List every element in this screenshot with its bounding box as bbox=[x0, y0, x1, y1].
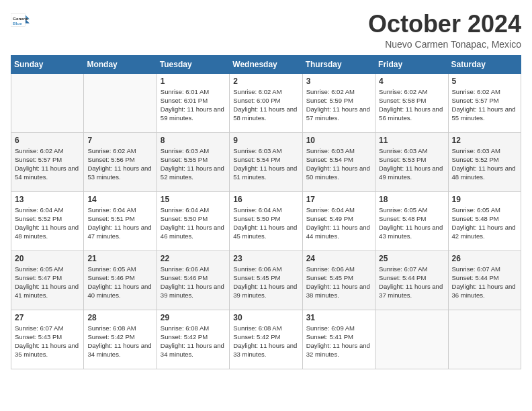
calendar-cell: 31Sunrise: 6:09 AMSunset: 5:41 PMDayligh… bbox=[302, 310, 375, 369]
day-content: Sunrise: 6:04 AMSunset: 5:49 PMDaylight:… bbox=[306, 205, 371, 241]
logo-icon: General Blue bbox=[11, 11, 30, 30]
day-number: 17 bbox=[306, 195, 371, 204]
day-content: Sunrise: 6:04 AMSunset: 5:50 PMDaylight:… bbox=[161, 205, 226, 241]
day-number: 12 bbox=[452, 136, 517, 145]
day-number: 22 bbox=[161, 254, 226, 263]
day-number: 27 bbox=[15, 313, 80, 322]
calendar-cell: 13Sunrise: 6:04 AMSunset: 5:52 PMDayligh… bbox=[11, 191, 84, 250]
calendar-cell: 1Sunrise: 6:01 AMSunset: 6:01 PMDaylight… bbox=[157, 73, 229, 132]
day-content: Sunrise: 6:03 AMSunset: 5:54 PMDaylight:… bbox=[233, 146, 298, 182]
day-number: 13 bbox=[15, 195, 80, 204]
day-number: 1 bbox=[161, 77, 226, 86]
day-content: Sunrise: 6:03 AMSunset: 5:52 PMDaylight:… bbox=[452, 146, 517, 182]
day-content: Sunrise: 6:03 AMSunset: 5:53 PMDaylight:… bbox=[379, 146, 444, 182]
location: Nuevo Carmen Tonapac, Mexico bbox=[368, 39, 521, 50]
day-number: 21 bbox=[87, 254, 152, 263]
calendar-cell: 30Sunrise: 6:08 AMSunset: 5:42 PMDayligh… bbox=[230, 310, 302, 369]
day-number: 15 bbox=[161, 195, 226, 204]
calendar-cell: 12Sunrise: 6:03 AMSunset: 5:52 PMDayligh… bbox=[448, 132, 521, 191]
day-number: 5 bbox=[452, 77, 517, 86]
day-content: Sunrise: 6:06 AMSunset: 5:45 PMDaylight:… bbox=[306, 265, 371, 300]
calendar-week-row: 27Sunrise: 6:07 AMSunset: 5:43 PMDayligh… bbox=[11, 310, 521, 369]
calendar-cell: 15Sunrise: 6:04 AMSunset: 5:50 PMDayligh… bbox=[157, 191, 229, 250]
weekday-header: Wednesday bbox=[230, 55, 302, 73]
calendar-cell: 6Sunrise: 6:02 AMSunset: 5:57 PMDaylight… bbox=[11, 132, 84, 191]
weekday-header: Thursday bbox=[302, 55, 375, 73]
day-content: Sunrise: 6:08 AMSunset: 5:42 PMDaylight:… bbox=[233, 324, 298, 359]
day-number: 6 bbox=[15, 136, 80, 145]
day-content: Sunrise: 6:05 AMSunset: 5:47 PMDaylight:… bbox=[15, 265, 80, 300]
weekday-header-row: SundayMondayTuesdayWednesdayThursdayFrid… bbox=[11, 55, 521, 73]
day-number: 8 bbox=[161, 136, 226, 145]
weekday-header: Tuesday bbox=[157, 55, 229, 73]
day-content: Sunrise: 6:06 AMSunset: 5:45 PMDaylight:… bbox=[233, 265, 298, 300]
day-number: 26 bbox=[452, 254, 517, 263]
day-content: Sunrise: 6:02 AMSunset: 5:58 PMDaylight:… bbox=[379, 87, 444, 123]
svg-text:Blue: Blue bbox=[13, 21, 22, 26]
calendar-cell bbox=[375, 310, 448, 369]
day-number: 20 bbox=[15, 254, 80, 263]
calendar-cell bbox=[448, 310, 521, 369]
calendar-cell: 28Sunrise: 6:08 AMSunset: 5:42 PMDayligh… bbox=[84, 310, 157, 369]
day-number: 19 bbox=[452, 195, 517, 204]
day-number: 28 bbox=[87, 313, 152, 322]
page-header: General Blue October 2024 Nuevo Carmen T… bbox=[11, 11, 521, 50]
calendar-week-row: 6Sunrise: 6:02 AMSunset: 5:57 PMDaylight… bbox=[11, 132, 521, 191]
day-content: Sunrise: 6:07 AMSunset: 5:44 PMDaylight:… bbox=[452, 265, 517, 300]
calendar-cell: 2Sunrise: 6:02 AMSunset: 6:00 PMDaylight… bbox=[230, 73, 302, 132]
day-content: Sunrise: 6:07 AMSunset: 5:44 PMDaylight:… bbox=[379, 265, 444, 300]
day-number: 7 bbox=[87, 136, 152, 145]
day-content: Sunrise: 6:04 AMSunset: 5:50 PMDaylight:… bbox=[233, 205, 298, 241]
day-content: Sunrise: 6:02 AMSunset: 5:57 PMDaylight:… bbox=[452, 87, 517, 123]
calendar-cell: 22Sunrise: 6:06 AMSunset: 5:46 PMDayligh… bbox=[157, 250, 229, 310]
day-content: Sunrise: 6:06 AMSunset: 5:46 PMDaylight:… bbox=[161, 265, 226, 300]
logo: General Blue bbox=[11, 11, 30, 30]
calendar-cell: 17Sunrise: 6:04 AMSunset: 5:49 PMDayligh… bbox=[302, 191, 375, 250]
calendar-cell: 25Sunrise: 6:07 AMSunset: 5:44 PMDayligh… bbox=[375, 250, 448, 310]
day-number: 3 bbox=[306, 77, 371, 86]
calendar-cell: 7Sunrise: 6:02 AMSunset: 5:56 PMDaylight… bbox=[84, 132, 157, 191]
day-number: 2 bbox=[233, 77, 298, 86]
day-content: Sunrise: 6:01 AMSunset: 6:01 PMDaylight:… bbox=[161, 87, 226, 123]
day-number: 25 bbox=[379, 254, 444, 263]
day-content: Sunrise: 6:09 AMSunset: 5:41 PMDaylight:… bbox=[306, 324, 371, 359]
day-number: 29 bbox=[161, 313, 226, 322]
day-content: Sunrise: 6:02 AMSunset: 5:56 PMDaylight:… bbox=[87, 146, 152, 182]
calendar-cell: 8Sunrise: 6:03 AMSunset: 5:55 PMDaylight… bbox=[157, 132, 229, 191]
day-number: 4 bbox=[379, 77, 444, 86]
calendar-cell: 24Sunrise: 6:06 AMSunset: 5:45 PMDayligh… bbox=[302, 250, 375, 310]
day-number: 11 bbox=[379, 136, 444, 145]
calendar-cell: 5Sunrise: 6:02 AMSunset: 5:57 PMDaylight… bbox=[448, 73, 521, 132]
day-content: Sunrise: 6:05 AMSunset: 5:46 PMDaylight:… bbox=[87, 265, 152, 300]
calendar-cell: 29Sunrise: 6:08 AMSunset: 5:42 PMDayligh… bbox=[157, 310, 229, 369]
calendar-cell: 10Sunrise: 6:03 AMSunset: 5:54 PMDayligh… bbox=[302, 132, 375, 191]
calendar-cell: 3Sunrise: 6:02 AMSunset: 5:59 PMDaylight… bbox=[302, 73, 375, 132]
day-content: Sunrise: 6:05 AMSunset: 5:48 PMDaylight:… bbox=[452, 205, 517, 241]
day-content: Sunrise: 6:08 AMSunset: 5:42 PMDaylight:… bbox=[87, 324, 152, 359]
svg-text:General: General bbox=[13, 16, 28, 21]
day-content: Sunrise: 6:07 AMSunset: 5:43 PMDaylight:… bbox=[15, 324, 80, 359]
day-number: 31 bbox=[306, 313, 371, 322]
day-number: 9 bbox=[233, 136, 298, 145]
day-number: 24 bbox=[306, 254, 371, 263]
weekday-header: Saturday bbox=[448, 55, 521, 73]
weekday-header: Monday bbox=[84, 55, 157, 73]
calendar-cell: 18Sunrise: 6:05 AMSunset: 5:48 PMDayligh… bbox=[375, 191, 448, 250]
title-block: October 2024 Nuevo Carmen Tonapac, Mexic… bbox=[368, 11, 521, 50]
day-content: Sunrise: 6:03 AMSunset: 5:55 PMDaylight:… bbox=[161, 146, 226, 182]
calendar-cell bbox=[11, 73, 84, 132]
day-content: Sunrise: 6:05 AMSunset: 5:48 PMDaylight:… bbox=[379, 205, 444, 241]
calendar-cell: 27Sunrise: 6:07 AMSunset: 5:43 PMDayligh… bbox=[11, 310, 84, 369]
weekday-header: Sunday bbox=[11, 55, 84, 73]
calendar-cell: 4Sunrise: 6:02 AMSunset: 5:58 PMDaylight… bbox=[375, 73, 448, 132]
day-number: 30 bbox=[233, 313, 298, 322]
calendar-cell bbox=[84, 73, 157, 132]
month-title: October 2024 bbox=[368, 11, 521, 38]
calendar-cell: 16Sunrise: 6:04 AMSunset: 5:50 PMDayligh… bbox=[230, 191, 302, 250]
calendar-cell: 9Sunrise: 6:03 AMSunset: 5:54 PMDaylight… bbox=[230, 132, 302, 191]
calendar-table: SundayMondayTuesdayWednesdayThursdayFrid… bbox=[11, 55, 521, 369]
day-number: 10 bbox=[306, 136, 371, 145]
day-content: Sunrise: 6:08 AMSunset: 5:42 PMDaylight:… bbox=[161, 324, 226, 359]
day-content: Sunrise: 6:03 AMSunset: 5:54 PMDaylight:… bbox=[306, 146, 371, 182]
day-content: Sunrise: 6:02 AMSunset: 6:00 PMDaylight:… bbox=[233, 87, 298, 123]
